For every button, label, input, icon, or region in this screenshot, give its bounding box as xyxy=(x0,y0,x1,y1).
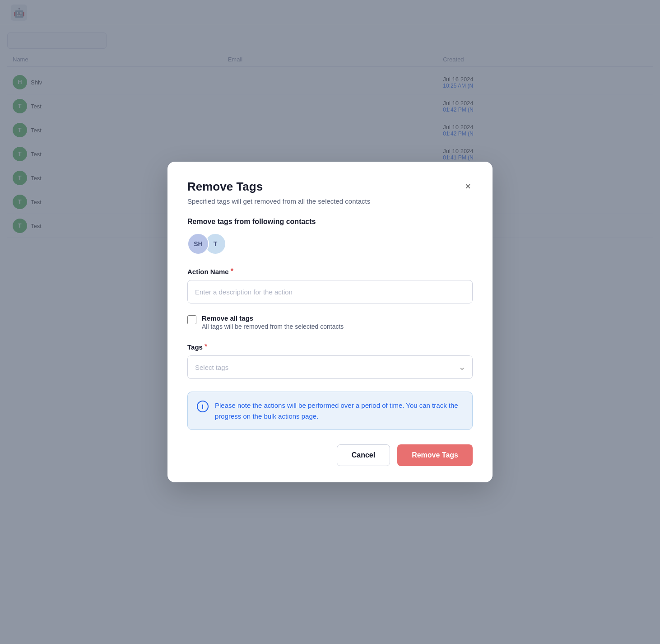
modal-subtitle: Specified tags will get removed from all… xyxy=(187,197,473,205)
remove-all-tags-checkbox[interactable] xyxy=(187,315,196,324)
cancel-button[interactable]: Cancel xyxy=(337,444,390,466)
action-name-input[interactable] xyxy=(187,280,473,303)
info-text: Please note the actions will be performe… xyxy=(215,400,463,421)
modal-title: Remove Tags xyxy=(187,180,263,194)
modal-footer: Cancel Remove Tags xyxy=(187,444,473,466)
remove-tags-button[interactable]: Remove Tags xyxy=(397,444,473,466)
remove-tags-modal: Remove Tags × Specified tags will get re… xyxy=(167,162,493,482)
remove-all-tags-row: Remove all tags All tags will be removed… xyxy=(187,314,473,330)
modal-overlay: Remove Tags × Specified tags will get re… xyxy=(0,0,660,644)
info-banner: i Please note the actions will be perfor… xyxy=(187,392,473,430)
modal-close-button[interactable]: × xyxy=(463,180,473,193)
remove-all-tags-sub-label: All tags will be removed from the select… xyxy=(202,323,344,330)
modal-header: Remove Tags × xyxy=(187,180,473,194)
action-name-label: Action Name * xyxy=(187,267,473,275)
remove-all-tags-main-label: Remove all tags xyxy=(202,314,344,322)
contacts-section-label: Remove tags from following contacts xyxy=(187,218,473,226)
avatar-sh: SH xyxy=(187,233,209,255)
contact-avatars-row: SH T xyxy=(187,233,473,255)
tags-label: Tags * xyxy=(187,343,473,351)
action-name-required: * xyxy=(231,267,233,275)
checkbox-text-block: Remove all tags All tags will be removed… xyxy=(202,314,344,330)
tags-select[interactable]: Select tags xyxy=(187,355,473,379)
tags-select-wrapper: Select tags ⌄ xyxy=(187,355,473,379)
tags-required: * xyxy=(205,343,207,351)
info-icon: i xyxy=(197,401,209,412)
